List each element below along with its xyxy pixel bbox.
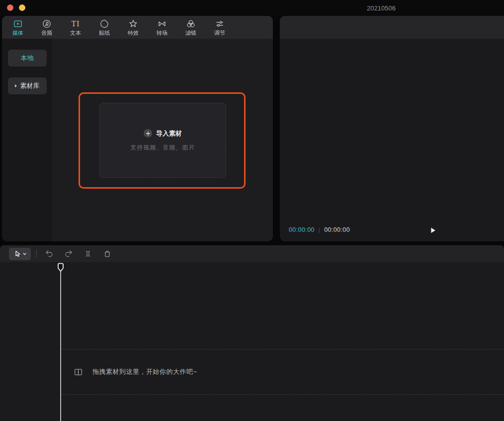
filter-icon	[186, 19, 196, 29]
transition-icon	[157, 19, 167, 29]
split-icon	[84, 249, 92, 258]
tab-transition[interactable]: 转场	[148, 16, 176, 38]
tab-effects[interactable]: 特效	[119, 16, 148, 38]
tab-label: 音频	[41, 30, 52, 36]
total-duration: 00:00:00	[324, 226, 350, 233]
redo-button[interactable]	[64, 249, 74, 259]
sidebar-item-label: 素材库	[20, 81, 40, 90]
tab-text[interactable]: TI 文本	[61, 16, 90, 38]
preview-panel: 00:00:00 | 00:00:00	[280, 16, 504, 241]
effects-icon	[128, 19, 138, 29]
sidebar-item-label: 本地	[21, 54, 34, 63]
redo-icon	[64, 249, 73, 258]
tab-label: 调节	[214, 30, 225, 36]
toolbar-divider	[36, 250, 37, 258]
select-tool-button[interactable]	[9, 248, 31, 260]
time-display: 00:00:00 | 00:00:00	[289, 226, 350, 233]
play-icon	[429, 226, 437, 234]
tab-adjust[interactable]: 调节	[205, 16, 234, 38]
main-track-dropzone[interactable]: 拖拽素材到这里，开始你的大作吧~	[62, 349, 504, 395]
import-material-dropzone[interactable]: 导入素材 支持视频、音频、图片	[99, 103, 226, 178]
plus-icon	[144, 129, 152, 138]
tab-filter[interactable]: 滤镜	[176, 16, 205, 38]
chevron-down-icon	[23, 253, 26, 255]
play-button[interactable]	[427, 225, 438, 236]
tab-label: 文本	[70, 30, 81, 36]
tab-label: 媒体	[12, 30, 23, 36]
film-strip-icon	[74, 367, 83, 377]
import-hint: 支持视频、音频、图片	[131, 143, 195, 152]
tab-label: 转场	[157, 30, 168, 36]
timeline-drop-hint: 拖拽素材到这里，开始你的大作吧~	[92, 367, 197, 376]
tab-label: 滤镜	[185, 30, 196, 36]
sticker-icon	[99, 19, 109, 29]
undo-button[interactable]	[44, 249, 54, 259]
tab-media[interactable]: 媒体	[3, 16, 32, 38]
close-button[interactable]	[7, 4, 13, 11]
playhead-line[interactable]	[60, 271, 61, 421]
media-tabbar: 媒体 音频 TI 文本 贴纸 特效	[2, 16, 273, 39]
sidebar-item-local[interactable]: 本地	[8, 50, 47, 67]
tab-sticker[interactable]: 贴纸	[90, 16, 119, 38]
time-separator: |	[319, 227, 320, 233]
sidebar-item-library[interactable]: 素材库	[8, 77, 47, 94]
audio-icon	[42, 19, 52, 29]
tab-audio[interactable]: 音频	[32, 16, 61, 38]
timeline-body[interactable]: 拖拽素材到这里，开始你的大作吧~	[0, 262, 504, 421]
preview-header	[280, 16, 504, 39]
media-sidebar: 本地 素材库	[2, 39, 52, 241]
media-panel: 媒体 音频 TI 文本 贴纸 特效	[2, 16, 273, 241]
timeline-toolbar	[0, 245, 504, 262]
text-icon: TI	[71, 19, 80, 29]
delete-button[interactable]	[102, 249, 112, 259]
caret-right-icon	[15, 84, 17, 87]
undo-icon	[45, 249, 54, 258]
window-title: 20210506	[367, 4, 396, 12]
import-material-label: 导入素材	[156, 129, 182, 138]
split-button[interactable]	[83, 249, 93, 259]
timeline-panel: 拖拽素材到这里，开始你的大作吧~	[0, 245, 504, 421]
minimize-button[interactable]	[19, 4, 25, 11]
trash-icon	[103, 249, 112, 258]
media-icon	[13, 19, 23, 29]
tab-label: 贴纸	[99, 30, 110, 36]
current-time: 00:00:00	[289, 226, 315, 233]
media-content: 导入素材 支持视频、音频、图片	[52, 39, 273, 241]
tab-label: 特效	[128, 30, 139, 36]
adjust-icon	[215, 19, 225, 29]
cursor-icon	[14, 250, 21, 258]
titlebar: 20210506	[0, 0, 504, 16]
